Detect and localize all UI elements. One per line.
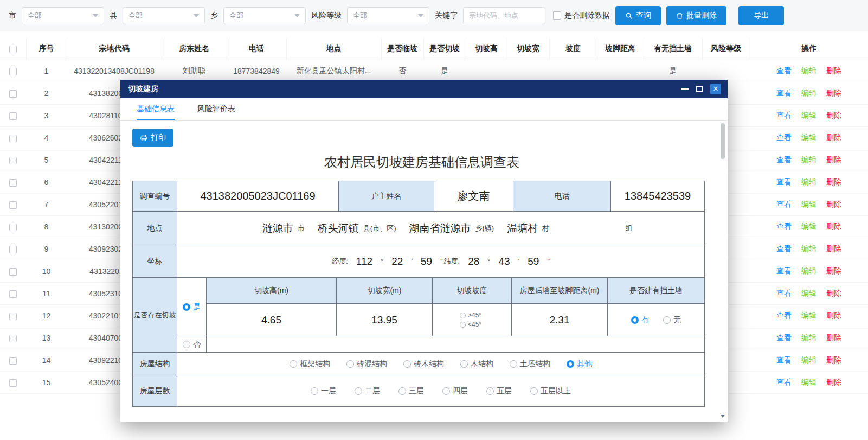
view-link[interactable]: 查看 xyxy=(776,244,792,253)
view-link[interactable]: 查看 xyxy=(776,177,792,186)
radio-floors-0[interactable]: 一层 xyxy=(311,386,336,396)
tab-basic-info[interactable]: 基础信息表 xyxy=(137,98,175,120)
row-checkbox[interactable] xyxy=(9,268,17,276)
row-checkbox[interactable] xyxy=(9,379,17,387)
close-icon[interactable]: ✕ xyxy=(710,84,721,94)
edit-link[interactable]: 编辑 xyxy=(801,311,816,320)
edit-link[interactable]: 编辑 xyxy=(801,88,816,97)
edit-link[interactable]: 编辑 xyxy=(801,244,816,253)
batch-delete-button[interactable]: 批量删除 xyxy=(666,6,726,25)
view-link[interactable]: 查看 xyxy=(776,378,792,386)
radio-structure-5[interactable]: 其他 xyxy=(567,359,592,369)
radio-structure-3[interactable]: 木结构 xyxy=(460,359,493,369)
view-link[interactable]: 查看 xyxy=(776,111,792,119)
view-link[interactable]: 查看 xyxy=(776,155,792,164)
scroll-down-arrow-icon[interactable] xyxy=(721,415,725,418)
radio-floors-3[interactable]: 四层 xyxy=(442,386,468,396)
delete-link[interactable]: 删除 xyxy=(826,177,841,186)
delete-link[interactable]: 删除 xyxy=(826,378,841,386)
edit-link[interactable]: 编辑 xyxy=(801,111,816,119)
view-link[interactable]: 查看 xyxy=(776,333,792,342)
view-link[interactable]: 查看 xyxy=(776,133,792,142)
minimize-icon[interactable] xyxy=(681,88,689,90)
edit-link[interactable]: 编辑 xyxy=(801,177,816,186)
scrollbar-thumb[interactable] xyxy=(721,123,725,159)
row-checkbox[interactable] xyxy=(9,201,17,209)
radio-floors-4[interactable]: 五层 xyxy=(486,386,512,396)
row-checkbox[interactable] xyxy=(9,179,17,187)
query-button[interactable]: 查询 xyxy=(615,6,661,25)
row-checkbox[interactable] xyxy=(9,90,17,98)
radio-floors-5[interactable]: 五层以上 xyxy=(530,386,571,396)
row-checkbox[interactable] xyxy=(9,313,17,320)
cut-height-cell: 4.65 xyxy=(207,304,337,336)
view-link[interactable]: 查看 xyxy=(776,66,792,75)
radio-structure-4[interactable]: 土坯结构 xyxy=(510,359,550,369)
view-link[interactable]: 查看 xyxy=(776,355,792,364)
radio-dot xyxy=(567,360,574,368)
row-checkbox[interactable] xyxy=(9,246,17,253)
radio-wall-no[interactable]: 无 xyxy=(663,315,681,325)
delete-link[interactable]: 删除 xyxy=(826,266,841,275)
row-checkbox[interactable] xyxy=(9,135,17,142)
radio-floors-1[interactable]: 二层 xyxy=(355,386,380,396)
view-link[interactable]: 查看 xyxy=(776,266,792,275)
view-link[interactable]: 查看 xyxy=(776,200,792,208)
view-link[interactable]: 查看 xyxy=(776,222,792,231)
radio-structure-0[interactable]: 框架结构 xyxy=(290,359,330,369)
row-checkbox[interactable] xyxy=(9,290,17,298)
edit-link[interactable]: 编辑 xyxy=(801,222,816,231)
radio-structure-2[interactable]: 砖木结构 xyxy=(403,359,444,369)
deleted-data-checkbox-group[interactable]: 是否删除数据 xyxy=(553,11,610,21)
radio-slope-lt45[interactable]: <45° xyxy=(460,321,481,328)
edit-link[interactable]: 编辑 xyxy=(801,133,816,142)
row-checkbox[interactable] xyxy=(9,357,17,365)
print-button[interactable]: 打印 xyxy=(132,129,173,147)
delete-link[interactable]: 删除 xyxy=(826,311,841,320)
city-select[interactable]: 全部 xyxy=(22,7,104,24)
edit-link[interactable]: 编辑 xyxy=(801,155,816,164)
delete-link[interactable]: 删除 xyxy=(826,155,841,164)
edit-link[interactable]: 编辑 xyxy=(801,266,816,275)
delete-link[interactable]: 删除 xyxy=(826,244,841,253)
delete-link[interactable]: 删除 xyxy=(826,133,841,142)
radio-structure-1[interactable]: 砖混结构 xyxy=(346,359,387,369)
edit-link[interactable]: 编辑 xyxy=(801,333,816,342)
edit-link[interactable]: 编辑 xyxy=(801,378,816,386)
delete-link[interactable]: 删除 xyxy=(826,333,841,342)
delete-link[interactable]: 删除 xyxy=(826,200,841,208)
export-button[interactable]: 导出 xyxy=(738,6,784,25)
delete-link[interactable]: 删除 xyxy=(826,355,841,364)
edit-link[interactable]: 编辑 xyxy=(801,66,816,75)
county-select[interactable]: 全部 xyxy=(123,7,205,24)
township-select[interactable]: 全部 xyxy=(223,7,306,24)
radio-cut-exists-yes[interactable]: 是 xyxy=(183,302,201,312)
deleted-data-checkbox[interactable] xyxy=(553,11,561,20)
view-link[interactable]: 查看 xyxy=(776,289,792,297)
maximize-icon[interactable] xyxy=(696,86,703,92)
edit-link[interactable]: 编辑 xyxy=(801,200,816,208)
dialog-scrollbar[interactable] xyxy=(720,122,726,418)
delete-link[interactable]: 删除 xyxy=(826,66,841,75)
row-checkbox[interactable] xyxy=(9,112,17,120)
delete-link[interactable]: 删除 xyxy=(826,289,841,297)
tab-risk-evaluation[interactable]: 风险评价表 xyxy=(197,98,235,120)
row-checkbox[interactable] xyxy=(9,335,17,342)
edit-link[interactable]: 编辑 xyxy=(801,289,816,297)
delete-link[interactable]: 删除 xyxy=(826,88,841,97)
keyword-input[interactable] xyxy=(463,7,545,24)
view-link[interactable]: 查看 xyxy=(776,311,792,320)
edit-link[interactable]: 编辑 xyxy=(801,355,816,364)
radio-slope-gt45[interactable]: >45° xyxy=(460,311,481,319)
risk-level-select[interactable]: 全部 xyxy=(347,7,429,24)
view-link[interactable]: 查看 xyxy=(776,88,792,97)
delete-link[interactable]: 删除 xyxy=(826,111,841,119)
radio-wall-yes[interactable]: 有 xyxy=(631,315,649,325)
row-checkbox[interactable] xyxy=(9,224,17,231)
row-checkbox[interactable] xyxy=(9,68,17,75)
radio-floors-2[interactable]: 三层 xyxy=(398,386,424,396)
row-checkbox[interactable] xyxy=(9,157,17,164)
radio-cut-exists-no[interactable]: 否 xyxy=(183,340,201,349)
delete-link[interactable]: 删除 xyxy=(826,222,841,231)
select-all-checkbox[interactable] xyxy=(9,46,17,53)
